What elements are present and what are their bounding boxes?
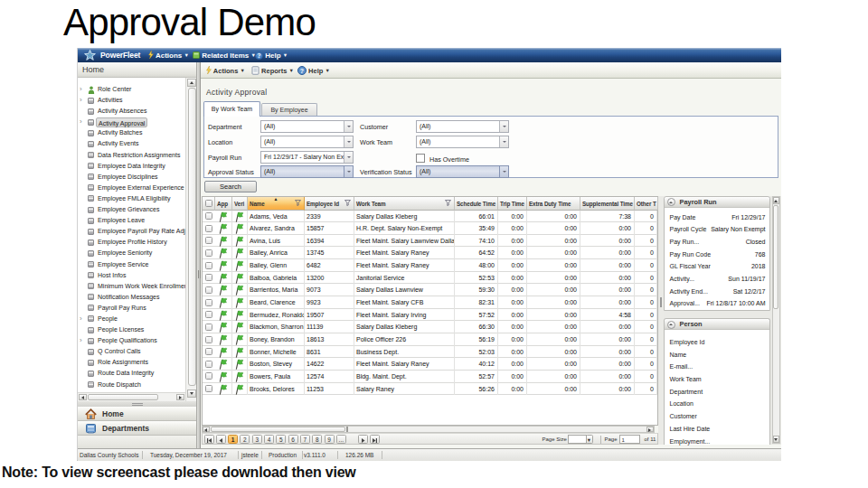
- svg-text:?: ?: [258, 52, 261, 58]
- svg-text:?: ?: [300, 68, 304, 74]
